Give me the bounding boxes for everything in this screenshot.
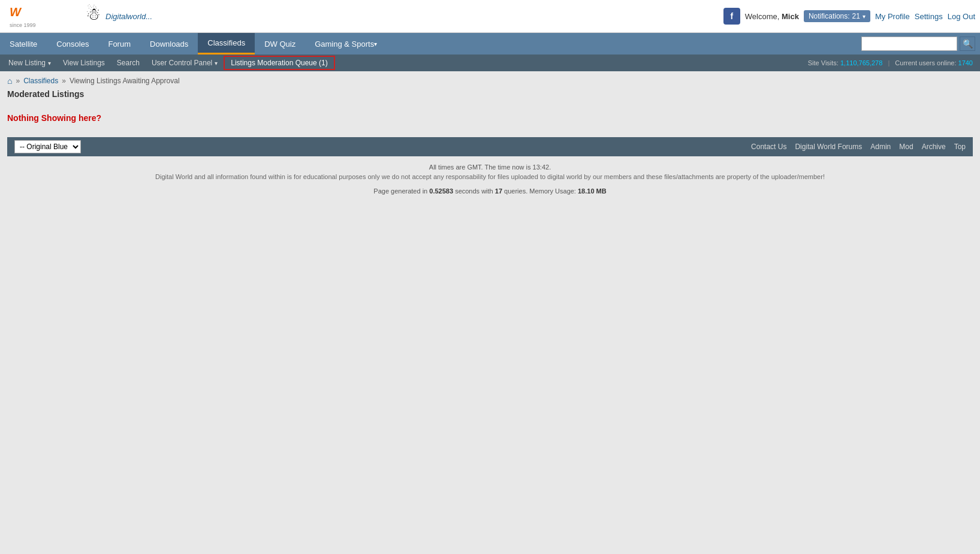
welcome-text: Welcome, Mick [745,12,799,21]
disclaimer-text: Digital World and all information found … [0,171,980,183]
nav-consoles[interactable]: Consoles [47,33,98,55]
facebook-icon[interactable]: f [723,8,740,25]
stats-separator: | [888,59,889,66]
settings-link[interactable]: Settings [915,12,943,21]
nav-satellite[interactable]: Satellite [0,33,47,55]
current-users-count: 1740 [958,59,973,66]
perf-memory: 18.10 MB [578,187,607,195]
logo-name: Digitalworld... [105,12,152,21]
search-button[interactable]: 🔍 [960,37,975,51]
page-title: Moderated Listings [0,88,980,104]
mod-queue-button[interactable]: Listings Moderation Queue (1) [224,56,334,70]
footer-bar: -- Original Blue Contact Us Digital Worl… [7,137,973,156]
nav-gaming-sports[interactable]: Gaming & Sports [305,33,387,55]
site-visits-count: 1,110,765,278 [840,59,882,66]
notifications-dropdown-arrow: ▾ [863,13,866,20]
logo-since: since 1999 [10,22,36,28]
timezone-text: All times are GMT. The time now is 13:42… [0,164,980,171]
performance-info: Page generated in 0.52583 seconds with 1… [0,185,980,202]
style-select[interactable]: -- Original Blue [14,140,81,153]
footer-admin[interactable]: Admin [870,143,891,151]
search-area: 🔍 [861,33,980,55]
logo-wrapper: W since 1999 ☃ Digitalworld... [5,2,152,31]
footer-top[interactable]: Top [954,143,966,151]
nav-forum[interactable]: Forum [98,33,140,55]
logo-image: W since 1999 ☃ [5,2,107,31]
breadcrumb-classifieds-link[interactable]: Classifieds [23,77,58,85]
sub-nav-new-listing[interactable]: New Listing [2,55,57,71]
sub-navigation: New Listing View Listings Search User Co… [0,55,980,71]
sub-nav-stats: Site Visits: 1,110,765,278 | Current use… [808,59,978,66]
search-input[interactable] [861,37,957,51]
nav-dw-quiz[interactable]: DW Quiz [255,33,305,55]
sub-nav-left: New Listing View Listings Search User Co… [2,55,335,71]
username-display: Mick [782,12,799,21]
sub-nav-search[interactable]: Search [111,55,146,71]
nav-classifieds[interactable]: Classifieds [198,33,255,55]
home-icon[interactable]: ⌂ [7,76,12,86]
sub-nav-view-listings[interactable]: View Listings [57,55,111,71]
breadcrumb: ⌂ » Classifieds » Viewing Listings Await… [0,71,980,88]
main-content: Nothing Showing here? [7,104,973,132]
my-profile-link[interactable]: My Profile [875,12,910,21]
breadcrumb-separator-1: » [16,77,20,85]
footer-dw-forums[interactable]: Digital World Forums [795,143,862,151]
breadcrumb-current-page: Viewing Listings Awaiting Approval [70,77,180,85]
current-users-label: Current users online: [895,59,956,66]
notifications-button[interactable]: Notifications: 21 ▾ [804,10,870,22]
nav-downloads[interactable]: Downloads [140,33,198,55]
main-navigation: Satellite Consoles Forum Downloads Class… [0,33,980,55]
footer-archive[interactable]: Archive [922,143,946,151]
snowman-icon: ☃ [86,4,101,24]
breadcrumb-separator-2: » [62,77,66,85]
logout-link[interactable]: Log Out [948,12,975,21]
bottom-text: All times are GMT. The time now is 13:42… [0,156,980,185]
footer-mod[interactable]: Mod [899,143,913,151]
sub-nav-user-control-panel[interactable]: User Control Panel [146,55,224,71]
site-visits-label: Site Visits: [808,59,839,66]
top-right-area: f Welcome, Mick Notifications: 21 ▾ My P… [723,8,975,25]
header: W since 1999 ☃ Digitalworld... f Welcome… [0,0,980,33]
footer-links: Contact Us Digital World Forums Admin Mo… [751,143,966,151]
perf-queries: 17 [495,187,502,195]
perf-time: 0.52583 [429,187,453,195]
style-selector-wrapper: -- Original Blue [14,140,81,153]
logo-brand: W [10,5,21,19]
footer-contact-us[interactable]: Contact Us [751,143,786,151]
nothing-showing-message: Nothing Showing here? [7,104,973,132]
